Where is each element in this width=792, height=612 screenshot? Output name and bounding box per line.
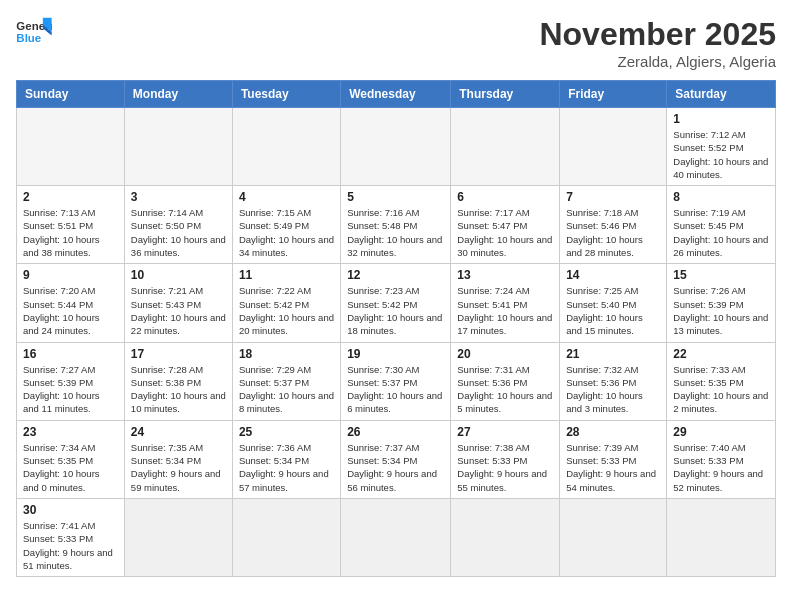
- svg-text:Blue: Blue: [16, 32, 41, 44]
- weekday-header-saturday: Saturday: [667, 81, 776, 108]
- day-info: Sunrise: 7:17 AM Sunset: 5:47 PM Dayligh…: [457, 206, 553, 259]
- day-info: Sunrise: 7:14 AM Sunset: 5:50 PM Dayligh…: [131, 206, 226, 259]
- day-number: 4: [239, 190, 334, 204]
- day-number: 7: [566, 190, 660, 204]
- day-info: Sunrise: 7:21 AM Sunset: 5:43 PM Dayligh…: [131, 284, 226, 337]
- weekday-header-row: SundayMondayTuesdayWednesdayThursdayFrid…: [17, 81, 776, 108]
- calendar-day: 9Sunrise: 7:20 AM Sunset: 5:44 PM Daylig…: [17, 264, 125, 342]
- calendar-day: [667, 498, 776, 576]
- day-info: Sunrise: 7:36 AM Sunset: 5:34 PM Dayligh…: [239, 441, 334, 494]
- day-number: 20: [457, 347, 553, 361]
- day-number: 28: [566, 425, 660, 439]
- day-info: Sunrise: 7:26 AM Sunset: 5:39 PM Dayligh…: [673, 284, 769, 337]
- logo: General Blue: [16, 16, 52, 46]
- calendar-week-6: 30Sunrise: 7:41 AM Sunset: 5:33 PM Dayli…: [17, 498, 776, 576]
- day-number: 3: [131, 190, 226, 204]
- calendar-day: 30Sunrise: 7:41 AM Sunset: 5:33 PM Dayli…: [17, 498, 125, 576]
- calendar-day: 29Sunrise: 7:40 AM Sunset: 5:33 PM Dayli…: [667, 420, 776, 498]
- day-info: Sunrise: 7:32 AM Sunset: 5:36 PM Dayligh…: [566, 363, 660, 416]
- day-info: Sunrise: 7:22 AM Sunset: 5:42 PM Dayligh…: [239, 284, 334, 337]
- calendar-day: [451, 498, 560, 576]
- day-number: 15: [673, 268, 769, 282]
- calendar-day: 5Sunrise: 7:16 AM Sunset: 5:48 PM Daylig…: [341, 186, 451, 264]
- day-number: 19: [347, 347, 444, 361]
- day-info: Sunrise: 7:40 AM Sunset: 5:33 PM Dayligh…: [673, 441, 769, 494]
- day-number: 25: [239, 425, 334, 439]
- day-number: 9: [23, 268, 118, 282]
- day-number: 11: [239, 268, 334, 282]
- calendar-day: [560, 498, 667, 576]
- calendar-day: 20Sunrise: 7:31 AM Sunset: 5:36 PM Dayli…: [451, 342, 560, 420]
- day-number: 5: [347, 190, 444, 204]
- day-number: 10: [131, 268, 226, 282]
- month-title: November 2025: [539, 16, 776, 53]
- calendar-day: 6Sunrise: 7:17 AM Sunset: 5:47 PM Daylig…: [451, 186, 560, 264]
- weekday-header-wednesday: Wednesday: [341, 81, 451, 108]
- calendar-day: 28Sunrise: 7:39 AM Sunset: 5:33 PM Dayli…: [560, 420, 667, 498]
- weekday-header-sunday: Sunday: [17, 81, 125, 108]
- day-number: 14: [566, 268, 660, 282]
- day-info: Sunrise: 7:39 AM Sunset: 5:33 PM Dayligh…: [566, 441, 660, 494]
- day-number: 2: [23, 190, 118, 204]
- day-number: 29: [673, 425, 769, 439]
- weekday-header-monday: Monday: [124, 81, 232, 108]
- calendar-week-1: 1Sunrise: 7:12 AM Sunset: 5:52 PM Daylig…: [17, 108, 776, 186]
- day-number: 16: [23, 347, 118, 361]
- calendar-day: 7Sunrise: 7:18 AM Sunset: 5:46 PM Daylig…: [560, 186, 667, 264]
- calendar-day: [232, 108, 340, 186]
- day-number: 24: [131, 425, 226, 439]
- weekday-header-friday: Friday: [560, 81, 667, 108]
- day-number: 13: [457, 268, 553, 282]
- calendar-day: 26Sunrise: 7:37 AM Sunset: 5:34 PM Dayli…: [341, 420, 451, 498]
- day-info: Sunrise: 7:37 AM Sunset: 5:34 PM Dayligh…: [347, 441, 444, 494]
- day-info: Sunrise: 7:33 AM Sunset: 5:35 PM Dayligh…: [673, 363, 769, 416]
- calendar-day: 16Sunrise: 7:27 AM Sunset: 5:39 PM Dayli…: [17, 342, 125, 420]
- day-info: Sunrise: 7:12 AM Sunset: 5:52 PM Dayligh…: [673, 128, 769, 181]
- calendar-day: 14Sunrise: 7:25 AM Sunset: 5:40 PM Dayli…: [560, 264, 667, 342]
- calendar-day: 4Sunrise: 7:15 AM Sunset: 5:49 PM Daylig…: [232, 186, 340, 264]
- day-info: Sunrise: 7:41 AM Sunset: 5:33 PM Dayligh…: [23, 519, 118, 572]
- day-info: Sunrise: 7:24 AM Sunset: 5:41 PM Dayligh…: [457, 284, 553, 337]
- day-number: 27: [457, 425, 553, 439]
- calendar-day: 12Sunrise: 7:23 AM Sunset: 5:42 PM Dayli…: [341, 264, 451, 342]
- calendar-day: [341, 108, 451, 186]
- calendar-day: 27Sunrise: 7:38 AM Sunset: 5:33 PM Dayli…: [451, 420, 560, 498]
- calendar-table: SundayMondayTuesdayWednesdayThursdayFrid…: [16, 80, 776, 577]
- day-number: 12: [347, 268, 444, 282]
- calendar-day: 3Sunrise: 7:14 AM Sunset: 5:50 PM Daylig…: [124, 186, 232, 264]
- weekday-header-tuesday: Tuesday: [232, 81, 340, 108]
- calendar-week-3: 9Sunrise: 7:20 AM Sunset: 5:44 PM Daylig…: [17, 264, 776, 342]
- location: Zeralda, Algiers, Algeria: [539, 53, 776, 70]
- calendar-day: 25Sunrise: 7:36 AM Sunset: 5:34 PM Dayli…: [232, 420, 340, 498]
- calendar-day: [560, 108, 667, 186]
- day-info: Sunrise: 7:28 AM Sunset: 5:38 PM Dayligh…: [131, 363, 226, 416]
- calendar-day: 19Sunrise: 7:30 AM Sunset: 5:37 PM Dayli…: [341, 342, 451, 420]
- day-info: Sunrise: 7:16 AM Sunset: 5:48 PM Dayligh…: [347, 206, 444, 259]
- day-info: Sunrise: 7:38 AM Sunset: 5:33 PM Dayligh…: [457, 441, 553, 494]
- day-info: Sunrise: 7:13 AM Sunset: 5:51 PM Dayligh…: [23, 206, 118, 259]
- day-number: 26: [347, 425, 444, 439]
- day-info: Sunrise: 7:31 AM Sunset: 5:36 PM Dayligh…: [457, 363, 553, 416]
- calendar-day: 13Sunrise: 7:24 AM Sunset: 5:41 PM Dayli…: [451, 264, 560, 342]
- day-info: Sunrise: 7:35 AM Sunset: 5:34 PM Dayligh…: [131, 441, 226, 494]
- day-info: Sunrise: 7:29 AM Sunset: 5:37 PM Dayligh…: [239, 363, 334, 416]
- day-info: Sunrise: 7:25 AM Sunset: 5:40 PM Dayligh…: [566, 284, 660, 337]
- calendar-day: 23Sunrise: 7:34 AM Sunset: 5:35 PM Dayli…: [17, 420, 125, 498]
- calendar-day: 10Sunrise: 7:21 AM Sunset: 5:43 PM Dayli…: [124, 264, 232, 342]
- day-info: Sunrise: 7:27 AM Sunset: 5:39 PM Dayligh…: [23, 363, 118, 416]
- calendar-day: [341, 498, 451, 576]
- calendar-day: 2Sunrise: 7:13 AM Sunset: 5:51 PM Daylig…: [17, 186, 125, 264]
- calendar-day: 22Sunrise: 7:33 AM Sunset: 5:35 PM Dayli…: [667, 342, 776, 420]
- weekday-header-thursday: Thursday: [451, 81, 560, 108]
- day-info: Sunrise: 7:18 AM Sunset: 5:46 PM Dayligh…: [566, 206, 660, 259]
- calendar-week-2: 2Sunrise: 7:13 AM Sunset: 5:51 PM Daylig…: [17, 186, 776, 264]
- calendar-day: 11Sunrise: 7:22 AM Sunset: 5:42 PM Dayli…: [232, 264, 340, 342]
- calendar-day: [17, 108, 125, 186]
- day-number: 18: [239, 347, 334, 361]
- day-number: 1: [673, 112, 769, 126]
- calendar-week-4: 16Sunrise: 7:27 AM Sunset: 5:39 PM Dayli…: [17, 342, 776, 420]
- calendar-day: 1Sunrise: 7:12 AM Sunset: 5:52 PM Daylig…: [667, 108, 776, 186]
- day-number: 21: [566, 347, 660, 361]
- day-info: Sunrise: 7:20 AM Sunset: 5:44 PM Dayligh…: [23, 284, 118, 337]
- day-info: Sunrise: 7:15 AM Sunset: 5:49 PM Dayligh…: [239, 206, 334, 259]
